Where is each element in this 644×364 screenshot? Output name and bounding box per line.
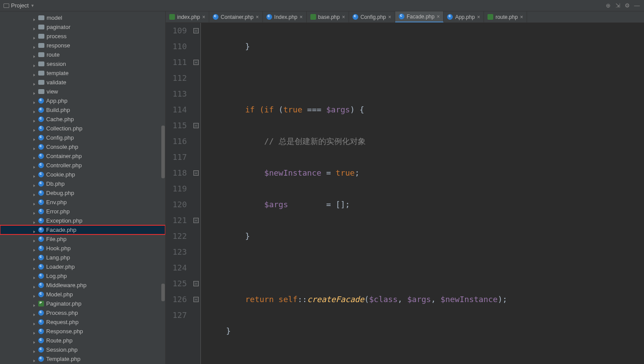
expand-arrow-icon[interactable] xyxy=(33,247,36,250)
expand-arrow-icon[interactable] xyxy=(33,44,36,47)
tab-index-php[interactable]: index.php× xyxy=(166,11,209,22)
expand-arrow-icon[interactable] xyxy=(33,348,36,352)
expand-arrow-icon[interactable] xyxy=(33,311,36,315)
code-editor[interactable]: 1091101111121131141151161171181191201211… xyxy=(166,23,644,364)
tree-item-validate[interactable]: validate xyxy=(0,78,165,87)
project-dropdown[interactable]: Project ▼ xyxy=(4,2,34,9)
expand-arrow-icon[interactable] xyxy=(33,35,36,38)
tree-item-model-php[interactable]: Model.php xyxy=(0,290,165,299)
gear-icon[interactable]: ⚙ xyxy=(624,2,631,9)
expand-arrow-icon[interactable] xyxy=(33,228,36,232)
tree-item-process-php[interactable]: Process.php xyxy=(0,308,165,317)
tree-item-response-php[interactable]: Response.php xyxy=(0,327,165,336)
close-icon[interactable]: × xyxy=(256,14,259,20)
fold-marker-icon[interactable]: − xyxy=(193,281,199,286)
code-content[interactable]: } if (if (true === $args) { // 总是创建新的实例化… xyxy=(201,23,644,364)
locate-icon[interactable]: ⊕ xyxy=(604,2,611,9)
fold-marker-icon[interactable]: − xyxy=(193,123,199,128)
fold-marker-icon[interactable]: − xyxy=(193,60,199,65)
tree-item-lang-php[interactable]: Lang.php xyxy=(0,253,165,262)
tab-container-php[interactable]: Container.php× xyxy=(209,11,263,22)
close-icon[interactable]: × xyxy=(477,14,480,20)
expand-arrow-icon[interactable] xyxy=(33,293,36,296)
tree-item-paginator-php[interactable]: Paginator.php xyxy=(0,299,165,308)
tree-item-model[interactable]: model xyxy=(0,13,165,22)
tree-item-loader-php[interactable]: Loader.php xyxy=(0,262,165,271)
expand-arrow-icon[interactable] xyxy=(33,321,36,324)
expand-arrow-icon[interactable] xyxy=(33,339,36,342)
tab-config-php[interactable]: Config.php× xyxy=(349,11,395,22)
tree-item-console-php[interactable]: Console.php xyxy=(0,142,165,151)
expand-arrow-icon[interactable] xyxy=(33,238,36,241)
tree-item-paginator[interactable]: paginator xyxy=(0,22,165,32)
tree-item-route-php[interactable]: Route.php xyxy=(0,336,165,345)
close-icon[interactable]: × xyxy=(342,14,345,20)
expand-arrow-icon[interactable] xyxy=(33,284,36,287)
tree-item-session[interactable]: session xyxy=(0,59,165,68)
tree-item-error-php[interactable]: Error.php xyxy=(0,207,165,216)
expand-arrow-icon[interactable] xyxy=(33,182,36,186)
tree-item-build-php[interactable]: Build.php xyxy=(0,105,165,115)
close-icon[interactable]: × xyxy=(437,14,440,20)
expand-arrow-icon[interactable] xyxy=(33,330,36,333)
expand-arrow-icon[interactable] xyxy=(33,16,36,20)
tree-item-response[interactable]: response xyxy=(0,41,165,50)
tree-item-file-php[interactable]: File.php xyxy=(0,234,165,244)
expand-arrow-icon[interactable] xyxy=(33,62,36,66)
expand-arrow-icon[interactable] xyxy=(33,201,36,204)
expand-arrow-icon[interactable] xyxy=(33,72,36,75)
expand-arrow-icon[interactable] xyxy=(33,357,36,361)
expand-arrow-icon[interactable] xyxy=(33,136,36,140)
expand-arrow-icon[interactable] xyxy=(33,127,36,130)
tree-item-controller-php[interactable]: Controller.php xyxy=(0,161,165,170)
tree-item-env-php[interactable]: Env.php xyxy=(0,198,165,207)
expand-arrow-icon[interactable] xyxy=(33,219,36,223)
expand-arrow-icon[interactable] xyxy=(33,53,36,57)
expand-arrow-icon[interactable] xyxy=(33,145,36,149)
tree-item-log-php[interactable]: Log.php xyxy=(0,271,165,281)
expand-arrow-icon[interactable] xyxy=(33,256,36,259)
tab-app-php[interactable]: App.php× xyxy=(444,11,484,22)
expand-arrow-icon[interactable] xyxy=(33,25,36,29)
close-icon[interactable]: × xyxy=(520,14,523,20)
expand-arrow-icon[interactable] xyxy=(33,164,36,167)
tree-item-collection-php[interactable]: Collection.php xyxy=(0,124,165,133)
tree-item-db-php[interactable]: Db.php xyxy=(0,179,165,188)
tree-item-cache-php[interactable]: Cache.php xyxy=(0,115,165,124)
tab-route-php[interactable]: route.php× xyxy=(484,11,527,22)
expand-arrow-icon[interactable] xyxy=(33,99,36,103)
tab-facade-php[interactable]: Facade.php× xyxy=(395,11,444,22)
tree-item-hook-php[interactable]: Hook.php xyxy=(0,244,165,253)
collapse-icon[interactable]: ⇲ xyxy=(614,2,621,9)
project-sidebar[interactable]: modelpaginatorprocessresponseroutesessio… xyxy=(0,11,166,364)
fold-marker-icon[interactable]: − xyxy=(193,218,199,223)
tree-item-exception-php[interactable]: Exception.php xyxy=(0,216,165,225)
expand-arrow-icon[interactable] xyxy=(33,274,36,278)
close-icon[interactable]: × xyxy=(388,14,391,20)
expand-arrow-icon[interactable] xyxy=(33,210,36,213)
expand-arrow-icon[interactable] xyxy=(33,155,36,158)
fold-marker-icon[interactable]: − xyxy=(193,170,199,176)
tree-item-facade-php[interactable]: Facade.php xyxy=(0,225,165,234)
tree-item-config-php[interactable]: Config.php xyxy=(0,133,165,142)
tree-item-app-php[interactable]: App.php xyxy=(0,96,165,105)
expand-arrow-icon[interactable] xyxy=(33,265,36,269)
expand-arrow-icon[interactable] xyxy=(33,90,36,94)
tab-index-php[interactable]: Index.php× xyxy=(263,11,307,22)
expand-arrow-icon[interactable] xyxy=(33,108,36,112)
expand-arrow-icon[interactable] xyxy=(33,81,36,84)
tree-item-route[interactable]: route xyxy=(0,50,165,59)
tree-item-session-php[interactable]: Session.php xyxy=(0,345,165,354)
expand-arrow-icon[interactable] xyxy=(33,302,36,306)
tree-item-template-php[interactable]: Template.php xyxy=(0,354,165,364)
close-icon[interactable]: × xyxy=(202,14,205,20)
minimize-icon[interactable]: — xyxy=(633,2,640,9)
tree-item-container-php[interactable]: Container.php xyxy=(0,151,165,161)
fold-marker-icon[interactable]: − xyxy=(193,297,199,302)
expand-arrow-icon[interactable] xyxy=(33,191,36,195)
tree-item-middleware-php[interactable]: Middleware.php xyxy=(0,281,165,290)
tab-base-php[interactable]: base.php× xyxy=(307,11,349,22)
tree-item-process[interactable]: process xyxy=(0,32,165,41)
fold-gutter[interactable]: −−−−−−− xyxy=(192,23,201,364)
tree-item-cookie-php[interactable]: Cookie.php xyxy=(0,170,165,179)
